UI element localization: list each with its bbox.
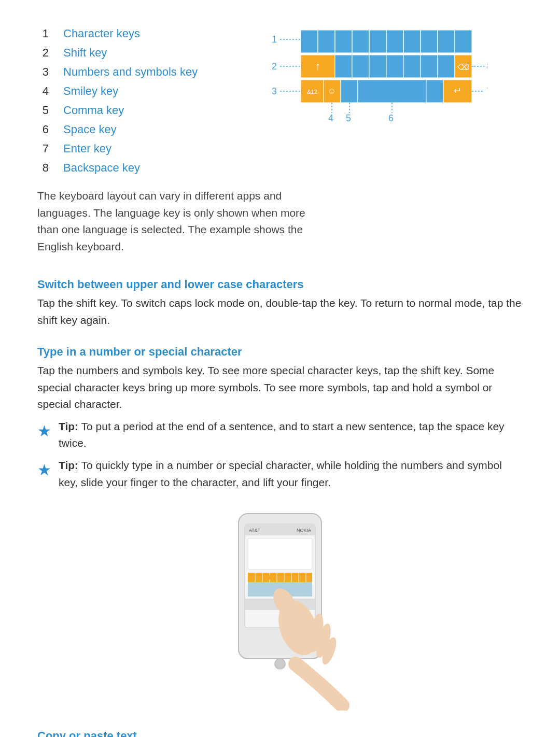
svg-rect-15 (386, 55, 403, 78)
svg-text:NOKIA: NOKIA (297, 528, 311, 533)
list-label-4: Smiley key (63, 82, 118, 100)
svg-rect-14 (369, 55, 386, 78)
switch-body: Tap the shift key. To switch caps lock m… (37, 295, 523, 329)
description-text: The keyboard layout can vary in differen… (37, 188, 317, 255)
svg-text:⌫: ⌫ (457, 63, 469, 72)
svg-text:↵: ↵ (454, 86, 461, 96)
svg-rect-25 (341, 80, 358, 103)
type-number-body: Tap the numbers and symbols key. To see … (37, 362, 523, 413)
tip-text-2: Tip: To quickly type in a number or spec… (59, 457, 523, 491)
numbered-list: 1 Character keys 2 Shift key 3 Numbers a… (37, 25, 214, 178)
list-item-3: 3 Numbers and symbols key (37, 63, 214, 80)
keyboard-diagram: ↑ ⌫ &12 (234, 25, 523, 123)
page-content: 1 Character keys 2 Shift key 3 Numbers a… (37, 25, 523, 737)
svg-text:☺: ☺ (328, 87, 336, 95)
svg-text:1: 1 (272, 34, 277, 45)
list-num-5: 5 (37, 102, 49, 119)
list-item-1: 1 Character keys (37, 25, 214, 42)
tip-1: ★ Tip: To put a period at the end of a s… (37, 418, 523, 452)
svg-text:5: 5 (346, 113, 351, 123)
svg-rect-26 (358, 80, 426, 103)
list-label-6: Space key (63, 121, 117, 138)
list-label-2: Shift key (63, 44, 107, 61)
list-label-5: Comma key (63, 102, 124, 119)
list-item-5: 5 Comma key (37, 102, 214, 119)
tip-bold-2: Tip: (59, 459, 78, 471)
svg-rect-55 (248, 538, 312, 570)
tip-content-2: To quickly type in a number or special c… (59, 459, 502, 488)
phone-illustration: AT&T NOKIA (37, 508, 523, 711)
tip-content-1: To put a period at the end of a sentence… (59, 420, 505, 449)
svg-point-67 (268, 575, 272, 579)
svg-rect-18 (438, 55, 455, 78)
list-label-3: Numbers and symbols key (63, 63, 198, 80)
list-label-8: Backspace key (63, 159, 140, 176)
tip-bold-1: Tip: (59, 420, 78, 432)
type-number-title: Type in a number or special character (37, 343, 523, 360)
tip-2: ★ Tip: To quickly type in a number or sp… (37, 457, 523, 491)
tip-star-2: ★ (37, 458, 51, 481)
list-item-8: 8 Backspace key (37, 159, 214, 176)
svg-text:&12: &12 (307, 89, 317, 95)
copy-paste-title: Copy or paste text (37, 727, 523, 737)
svg-text:AT&T: AT&T (249, 528, 261, 533)
list-label-7: Enter key (63, 140, 111, 157)
svg-text:7: 7 (486, 86, 487, 96)
keyboard-svg: ↑ ⌫ &12 (270, 25, 487, 123)
tip-star-1: ★ (37, 419, 51, 443)
svg-rect-13 (352, 55, 369, 78)
list-num-2: 2 (37, 44, 49, 61)
svg-text:4: 4 (328, 113, 333, 123)
list-num-1: 1 (37, 25, 49, 42)
svg-text:3: 3 (272, 86, 277, 96)
svg-rect-56 (248, 573, 312, 582)
svg-text:8: 8 (486, 61, 487, 72)
tip-text-1: Tip: To put a period at the end of a sen… (59, 418, 523, 452)
list-num-3: 3 (37, 63, 49, 80)
list-label-1: Character keys (63, 25, 140, 42)
svg-rect-16 (403, 55, 421, 78)
svg-rect-12 (335, 55, 352, 78)
svg-rect-57 (248, 582, 312, 589)
list-num-7: 7 (37, 140, 49, 157)
switch-title: Switch between upper and lower case char… (37, 276, 523, 293)
list-num-6: 6 (37, 121, 49, 138)
list-num-4: 4 (37, 82, 49, 100)
top-section: 1 Character keys 2 Shift key 3 Numbers a… (37, 25, 523, 178)
list-num-8: 8 (37, 159, 49, 176)
list-item-7: 7 Enter key (37, 140, 214, 157)
svg-rect-17 (421, 55, 438, 78)
svg-text:↑: ↑ (315, 60, 321, 73)
svg-text:6: 6 (388, 113, 394, 123)
list-item-4: 4 Smiley key (37, 82, 214, 100)
list-item-2: 2 Shift key (37, 44, 214, 61)
svg-point-69 (275, 659, 285, 669)
svg-rect-27 (426, 80, 443, 103)
svg-text:2: 2 (272, 61, 277, 72)
list-item-6: 6 Space key (37, 121, 214, 138)
